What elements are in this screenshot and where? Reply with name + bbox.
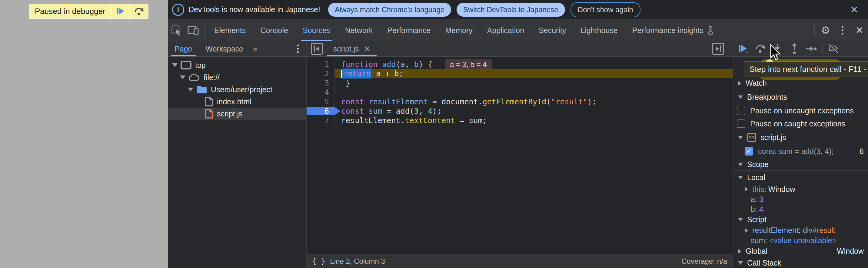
code-token: = add( <box>382 107 414 116</box>
tab-console[interactable]: Console <box>253 20 296 41</box>
collapse-arrow-icon[interactable] <box>738 176 743 179</box>
code-line: 5const resultElement = document.getEleme… <box>307 97 733 107</box>
code-token: sum <box>368 107 382 116</box>
devtools-window: i DevTools is now available in Japanese!… <box>168 0 868 268</box>
callstack-section-header[interactable]: Call Stack <box>733 257 868 268</box>
tree-item-index-html[interactable]: index.html <box>168 95 306 108</box>
collapse-arrow-icon[interactable] <box>738 81 741 86</box>
collapse-arrow-icon[interactable] <box>738 261 743 265</box>
step-into-tooltip: Step into next function call - F11 - ⌘ ; <box>744 62 868 77</box>
breakpoint-file-group[interactable]: <> script.js <box>733 130 868 145</box>
code-line: 1function add(a, b) {a = 3, b = 4 <box>307 59 733 69</box>
tab-memory[interactable]: Memory <box>438 20 479 41</box>
collapse-arrow-icon[interactable] <box>738 163 743 166</box>
switch-to-japanese-button[interactable]: Switch DevTools to Japanese <box>457 3 565 17</box>
scope-sum-row[interactable]: sum: <value unavailable> <box>733 236 868 245</box>
code-token: b <box>414 60 419 69</box>
breakpoints-section-header[interactable]: Breakpoints <box>733 90 868 104</box>
navigator-toolbar: Page Workspace » <box>168 41 306 57</box>
devtools-tabbar: Elements Console Sources Network Perform… <box>168 20 868 41</box>
tab-lighthouse[interactable]: Lighthouse <box>573 20 625 41</box>
line-number[interactable]: 1 <box>307 59 335 69</box>
pause-uncaught-checkbox[interactable] <box>737 107 745 115</box>
tab-network[interactable]: Network <box>338 20 380 41</box>
inspect-element-button[interactable] <box>168 23 185 38</box>
tree-item-file-origin[interactable]: file:// <box>168 71 306 83</box>
pretty-print-icon[interactable]: { } <box>312 257 325 266</box>
expand-arrow-icon[interactable] <box>180 76 185 79</box>
infobar-close-icon[interactable]: ✕ <box>850 5 858 14</box>
line-number[interactable]: 7 <box>307 116 335 125</box>
scope-key: resultElement <box>752 226 799 235</box>
code-editor[interactable]: 1function add(a, b) {a = 3, b = 42return… <box>307 57 733 254</box>
scope-local-label: Local <box>747 173 765 182</box>
tree-item-top[interactable]: top <box>168 59 306 71</box>
line-number[interactable]: 2 <box>307 69 335 78</box>
step-over-button[interactable] <box>752 41 769 56</box>
tab-page[interactable]: Page <box>168 41 199 56</box>
breakpoint-checkbox[interactable]: ✓ <box>745 147 753 155</box>
collapse-arrow-icon[interactable] <box>738 218 743 221</box>
pause-uncaught-row: Pause on uncaught exceptions <box>733 104 868 118</box>
mouse-cursor <box>770 44 782 61</box>
tree-item-label: Users/user/project <box>211 85 272 94</box>
scope-this-row[interactable]: this: Window <box>733 184 868 194</box>
tree-item-project-folder[interactable]: Users/user/project <box>168 83 306 95</box>
expand-arrow-icon[interactable] <box>745 228 748 233</box>
scope-resultelement-row[interactable]: resultElement: div#result <box>733 225 868 236</box>
code-token: 4 <box>428 107 432 116</box>
step-out-button[interactable] <box>786 41 803 56</box>
more-tabs-chevron[interactable]: » <box>250 44 259 54</box>
scope-a-row[interactable]: a: 3 <box>733 194 868 204</box>
collapse-debugger-icon[interactable] <box>712 43 724 55</box>
pause-caught-checkbox[interactable] <box>737 119 745 128</box>
device-toolbar-button[interactable] <box>185 23 202 38</box>
devtools-menu-kebab-icon[interactable] <box>834 23 851 38</box>
settings-gear-icon[interactable]: ⚙ <box>817 23 834 38</box>
tab-security[interactable]: Security <box>531 20 573 41</box>
expand-arrow-icon[interactable] <box>188 88 193 91</box>
tab-performance[interactable]: Performance <box>380 20 438 41</box>
expand-arrow-icon[interactable] <box>738 249 741 254</box>
editor-tab-close-icon[interactable]: ✕ <box>364 45 371 53</box>
devtools-close-icon[interactable]: ✕ <box>851 23 868 38</box>
scope-b-row[interactable]: b: 4 <box>733 204 868 214</box>
dont-show-again-button[interactable]: Don't show again <box>570 2 641 17</box>
scope-value-tag: div <box>803 226 812 235</box>
deactivate-breakpoints-button[interactable] <box>825 41 842 56</box>
step-over-button[interactable] <box>129 4 148 18</box>
line-number[interactable]: 3 <box>307 78 335 88</box>
collapse-arrow-icon[interactable] <box>738 136 743 139</box>
code-token <box>377 60 382 69</box>
line-number[interactable]: 4 <box>307 88 335 97</box>
scope-global-header[interactable]: Global Window <box>733 245 868 257</box>
tree-item-script-js[interactable]: script.js <box>168 108 306 120</box>
always-match-language-button[interactable]: Always match Chrome's language <box>328 3 451 17</box>
expand-arrow-icon[interactable] <box>745 187 748 191</box>
expand-arrow-icon[interactable] <box>172 63 178 67</box>
tab-performance-insights[interactable]: Performance insights <box>625 20 722 41</box>
line-number[interactable]: 5 <box>307 97 335 107</box>
tab-sources[interactable]: Sources <box>296 20 338 41</box>
paused-in-debugger-banner: Paused in debugger <box>29 4 149 19</box>
scope-value: Window <box>768 185 795 194</box>
tab-elements[interactable]: Elements <box>207 20 253 41</box>
resume-button[interactable] <box>735 41 752 56</box>
code-token <box>364 97 368 106</box>
line-number[interactable]: 6 <box>307 107 335 116</box>
resume-script-button[interactable] <box>111 4 129 18</box>
navigator-menu-kebab-icon[interactable] <box>297 44 299 53</box>
collapse-navigator-icon[interactable] <box>311 43 323 55</box>
editor-statusbar: { } Line 2, Column 3 Coverage: n/a <box>307 254 733 268</box>
breakpoint-entry[interactable]: ✓ const sum = add(3, 4); 6 <box>733 145 868 158</box>
breakpoint-file-label: script.js <box>761 133 786 142</box>
code-token: ) { <box>419 60 432 69</box>
step-button[interactable] <box>803 41 820 56</box>
collapse-arrow-icon[interactable] <box>738 95 743 99</box>
scope-local-header[interactable]: Local <box>733 171 868 184</box>
scope-script-header[interactable]: Script <box>733 214 868 225</box>
tab-workspace[interactable]: Workspace <box>199 41 250 56</box>
editor-tab-script-js[interactable]: script.js ✕ <box>327 41 377 56</box>
tab-application[interactable]: Application <box>480 20 531 41</box>
scope-section-header[interactable]: Scope <box>733 158 868 170</box>
